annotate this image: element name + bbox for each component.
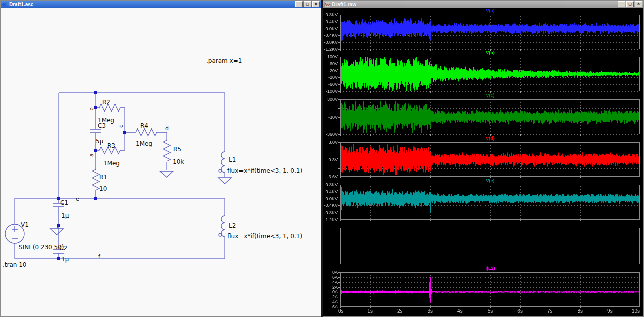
component-C3[interactable]: C3 5µ bbox=[90, 108, 106, 150]
component-label: R4 bbox=[140, 122, 148, 129]
minimize-button[interactable]: _ bbox=[295, 1, 303, 7]
component-label: R5 bbox=[173, 146, 181, 153]
close-button[interactable]: × bbox=[312, 1, 320, 7]
component-value: 1Meg bbox=[103, 160, 120, 167]
waveform-window-title: Draft1.raw bbox=[332, 2, 617, 7]
maximize-button[interactable]: □ bbox=[304, 1, 311, 7]
component-value: flux=x*if(time<3, 1, 0.1) bbox=[227, 167, 302, 174]
component-label: R3 bbox=[107, 142, 115, 149]
component-value: 1µ bbox=[61, 256, 69, 263]
component-R1[interactable]: R1 10 bbox=[92, 150, 107, 198]
component-value: 10k bbox=[173, 158, 184, 165]
net-label-a[interactable]: a bbox=[88, 153, 95, 157]
component-label: L1 bbox=[229, 156, 236, 163]
schematic-wires bbox=[15, 93, 225, 259]
waveform-plot-area[interactable]: V(a) V(b) V(c) V(d) V(e) I(L2) bbox=[323, 8, 643, 316]
component-value: 10 bbox=[99, 185, 107, 192]
component-R5[interactable]: R5 10k bbox=[163, 140, 184, 165]
pane-title-ve[interactable]: V(e) bbox=[340, 178, 640, 184]
component-label: C1 bbox=[60, 199, 68, 206]
component-value: 1Meg bbox=[136, 140, 152, 147]
pane-title-vd[interactable]: V(d) bbox=[340, 135, 640, 141]
waveform-window: Draft1.raw _ □ × V(a) V(b) V(c) V(d) V(e… bbox=[323, 0, 644, 317]
schematic-window-title: Draft1.asc bbox=[9, 2, 294, 7]
component-value: 5µ bbox=[96, 138, 104, 145]
pane-title-vb[interactable]: V(b) bbox=[340, 50, 640, 56]
ground-icon bbox=[218, 178, 231, 184]
component-V1[interactable]: V1 SINE(0 230 50) bbox=[5, 221, 64, 251]
component-R2[interactable]: R2 1Meg bbox=[96, 99, 125, 124]
component-label: L2 bbox=[229, 222, 236, 229]
schematic-titlebar[interactable]: Draft1.asc _ □ × bbox=[1, 1, 321, 8]
pane-title-il2[interactable]: I(L2) bbox=[340, 265, 640, 271]
waveform-icon bbox=[324, 2, 330, 7]
component-label: V1 bbox=[21, 221, 29, 228]
component-R3[interactable]: R3 1Meg bbox=[96, 142, 125, 167]
junction-nodes bbox=[57, 91, 126, 260]
schematic-window: Draft1.asc _ □ × R2 1Meg C3 5µ bbox=[0, 0, 321, 317]
component-R4[interactable]: R4 1Meg bbox=[125, 122, 167, 147]
maximize-button[interactable]: □ bbox=[626, 1, 634, 7]
close-button[interactable]: × bbox=[635, 1, 642, 7]
net-label-c[interactable]: c bbox=[118, 125, 124, 128]
component-value: SINE(0 230 50) bbox=[19, 244, 64, 251]
minimize-button[interactable]: _ bbox=[618, 1, 625, 7]
ltspice-icon bbox=[2, 2, 8, 7]
schematic-canvas[interactable]: R2 1Meg C3 5µ R3 1Meg R4 1Meg bbox=[1, 8, 321, 316]
net-label-d[interactable]: d bbox=[165, 125, 169, 132]
component-L1[interactable]: L1 flux=x*if(time<3, 1, 0.1) bbox=[219, 152, 302, 174]
component-C1[interactable]: C1 1µ bbox=[53, 198, 69, 226]
component-label: R1 bbox=[99, 174, 107, 181]
component-label: C3 bbox=[98, 122, 106, 129]
ground-icon bbox=[50, 226, 63, 235]
pane-title-vc[interactable]: V(c) bbox=[340, 92, 640, 98]
component-value: flux=x*if(time<3, 1, 0.1) bbox=[227, 233, 302, 240]
component-L2[interactable]: L2 flux=x*if(time<3, 1, 0.1) bbox=[219, 216, 302, 240]
net-label-b[interactable]: b bbox=[88, 107, 95, 111]
spice-directive-param[interactable]: .param x=1 bbox=[206, 57, 242, 64]
net-label-e[interactable]: e bbox=[76, 196, 79, 202]
component-value: 1µ bbox=[61, 212, 69, 219]
ground-icon bbox=[160, 171, 173, 177]
spice-directive-tran[interactable]: .tran 10 bbox=[3, 261, 27, 268]
waveform-titlebar[interactable]: Draft1.raw _ □ × bbox=[323, 1, 643, 8]
pane-title-va[interactable]: V(a) bbox=[340, 8, 640, 14]
component-label: R2 bbox=[102, 99, 110, 106]
